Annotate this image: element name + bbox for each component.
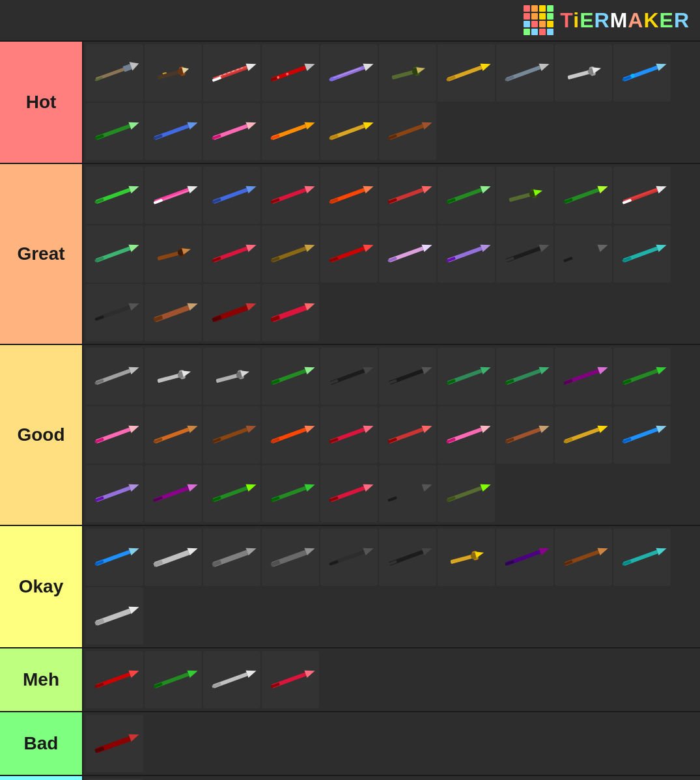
weapon-item[interactable] <box>145 44 202 102</box>
weapon-item[interactable] <box>438 167 495 224</box>
weapon-item[interactable] <box>262 529 319 586</box>
weapon-item[interactable] <box>438 406 495 464</box>
weapon-item[interactable] <box>262 103 319 160</box>
weapon-item[interactable] <box>145 167 202 224</box>
logo-text: TiERMAKER <box>560 8 690 33</box>
weapon-item[interactable] <box>86 225 143 283</box>
weapon-item[interactable] <box>379 44 436 102</box>
weapon-item[interactable] <box>262 284 319 341</box>
weapon-item[interactable] <box>613 406 671 464</box>
weapon-item[interactable] <box>203 44 260 102</box>
weapon-item[interactable] <box>86 348 143 405</box>
weapon-item[interactable] <box>145 103 202 160</box>
weapon-item[interactable] <box>262 651 319 708</box>
svg-marker-217 <box>480 481 492 492</box>
weapon-item[interactable] <box>613 44 671 102</box>
weapon-item[interactable] <box>145 225 202 283</box>
svg-marker-52 <box>304 119 316 130</box>
weapon-item[interactable] <box>86 465 143 522</box>
weapon-item[interactable] <box>86 529 143 586</box>
weapon-item[interactable] <box>320 103 378 160</box>
weapon-item[interactable] <box>438 465 495 522</box>
weapon-item[interactable] <box>145 529 202 586</box>
svg-marker-151 <box>363 364 374 374</box>
svg-marker-116 <box>539 242 550 252</box>
weapon-item[interactable] <box>145 284 202 341</box>
weapon-item[interactable] <box>555 44 612 102</box>
weapon-item[interactable] <box>496 406 553 464</box>
weapon-item[interactable] <box>555 167 612 224</box>
weapon-item[interactable] <box>86 406 143 464</box>
weapon-item[interactable] <box>555 406 612 464</box>
weapon-item[interactable] <box>86 715 143 772</box>
weapon-item[interactable] <box>86 167 143 224</box>
svg-marker-71 <box>304 183 316 193</box>
weapon-item[interactable] <box>203 284 260 341</box>
weapon-item[interactable] <box>320 44 378 102</box>
tier-row-great: Great <box>0 164 700 345</box>
weapon-item[interactable] <box>496 529 553 586</box>
weapon-item[interactable] <box>262 167 319 224</box>
weapon-item[interactable] <box>438 348 495 405</box>
weapon-item[interactable] <box>555 348 612 405</box>
logo-container: TiERMAKER <box>524 5 690 35</box>
weapon-item[interactable] <box>379 225 436 283</box>
weapon-item[interactable] <box>379 406 436 464</box>
svg-marker-199 <box>128 481 140 492</box>
svg-marker-235 <box>421 545 433 555</box>
svg-marker-157 <box>480 364 492 374</box>
weapon-item[interactable] <box>203 406 260 464</box>
weapon-item[interactable] <box>145 348 202 405</box>
weapon-item[interactable] <box>496 348 553 405</box>
weapon-item[interactable] <box>262 348 319 405</box>
svg-marker-245 <box>597 545 609 555</box>
weapon-item[interactable] <box>438 44 495 102</box>
weapon-item[interactable] <box>496 44 553 102</box>
weapon-item[interactable] <box>320 348 378 405</box>
weapon-item[interactable] <box>320 406 378 464</box>
weapon-item[interactable] <box>262 225 319 283</box>
weapon-item[interactable] <box>379 465 436 522</box>
weapon-item[interactable] <box>203 465 260 522</box>
tier-row-good: Good <box>0 345 700 526</box>
tier-content-meh <box>83 648 700 711</box>
weapon-item[interactable] <box>86 587 143 645</box>
weapon-item[interactable] <box>613 225 671 283</box>
weapon-item[interactable] <box>86 44 143 102</box>
weapon-item[interactable] <box>86 103 143 160</box>
weapon-item[interactable] <box>613 167 671 224</box>
weapon-item[interactable] <box>86 284 143 341</box>
weapon-item[interactable] <box>203 103 260 160</box>
weapon-item[interactable] <box>203 225 260 283</box>
weapon-item[interactable] <box>379 348 436 405</box>
weapon-item[interactable] <box>203 651 260 708</box>
weapon-item[interactable] <box>438 225 495 283</box>
weapon-item[interactable] <box>320 465 378 522</box>
weapon-item[interactable] <box>496 167 553 224</box>
weapon-item[interactable] <box>320 167 378 224</box>
weapon-item[interactable] <box>613 348 671 405</box>
weapon-item[interactable] <box>145 465 202 522</box>
weapon-item[interactable] <box>262 44 319 102</box>
weapon-item[interactable] <box>320 225 378 283</box>
weapon-item[interactable] <box>496 225 553 283</box>
weapon-item[interactable] <box>320 529 378 586</box>
weapon-item[interactable] <box>203 529 260 586</box>
weapon-item[interactable] <box>145 406 202 464</box>
weapon-item[interactable] <box>555 225 612 283</box>
weapon-item[interactable] <box>379 167 436 224</box>
weapon-item[interactable] <box>438 529 495 586</box>
weapon-item[interactable] <box>203 167 260 224</box>
weapon-item[interactable] <box>203 348 260 405</box>
weapon-item[interactable] <box>379 529 436 586</box>
weapon-item[interactable] <box>262 465 319 522</box>
header: TiERMAKER <box>0 0 700 42</box>
weapon-item[interactable] <box>555 529 612 586</box>
weapon-item[interactable] <box>379 103 436 160</box>
weapon-item[interactable] <box>262 406 319 464</box>
weapon-item[interactable] <box>145 651 202 708</box>
svg-marker-94 <box>128 242 140 252</box>
weapon-item[interactable] <box>86 651 143 708</box>
svg-marker-12 <box>245 61 257 71</box>
weapon-item[interactable] <box>613 529 671 586</box>
